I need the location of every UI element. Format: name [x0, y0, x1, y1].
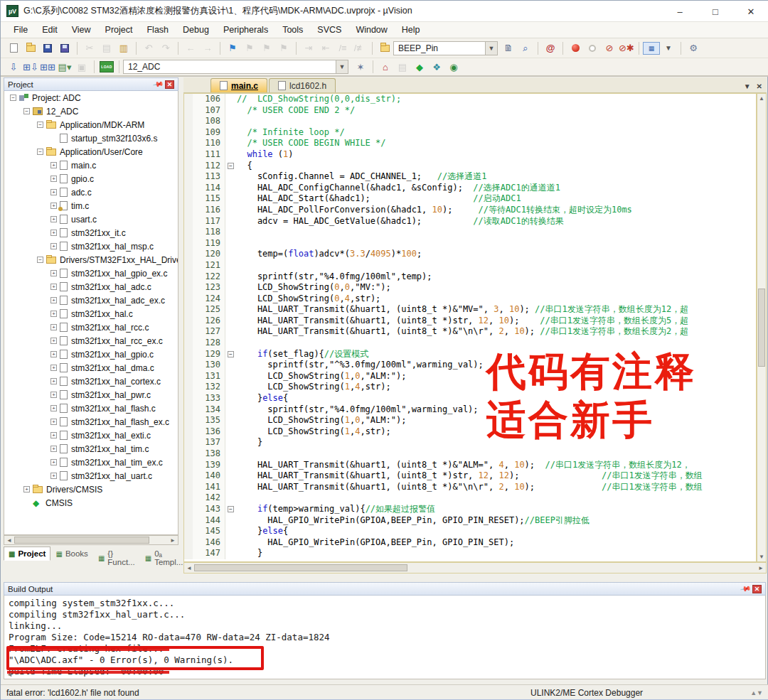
bookmark-next-button[interactable]: ⚑ [242, 41, 257, 55]
scroll-thumb[interactable] [194, 564, 407, 571]
tree-item-cmsis[interactable]: ◆CMSIS [4, 496, 178, 510]
editor-tab-lcd1602.h[interactable]: lcd1602.h [269, 78, 336, 92]
tree-item-stm32f1xx-hal-gpio-ex-c[interactable]: +stm32f1xx_hal_gpio_ex.c [4, 266, 178, 280]
tree-item-stm32f1xx-hal-rcc-ex-c[interactable]: +stm32f1xx_hal_rcc_ex.c [4, 334, 178, 348]
redo-button[interactable]: ↷ [158, 41, 174, 55]
save-all-button[interactable] [57, 41, 73, 55]
menu-peripherals[interactable]: Peripherals [216, 23, 275, 37]
bookmark-prev-button[interactable]: ⚑ [259, 41, 274, 55]
menu-flash[interactable]: Flash [139, 23, 176, 37]
code-line-108[interactable]: 108 [184, 116, 756, 127]
bookmark-margin[interactable] [184, 116, 193, 127]
nav-back-button[interactable]: ← [183, 41, 198, 55]
bookmark-margin[interactable] [184, 460, 193, 471]
options-for-target-button[interactable]: ✶ [353, 60, 368, 74]
close-document-button[interactable]: ✕ [757, 82, 762, 90]
code-line-123[interactable]: 123 LCD_ShowString(0,0,"MV:"); [184, 282, 756, 294]
code-line-142[interactable]: 142 [184, 492, 756, 504]
tree-expander-icon[interactable]: − [37, 122, 43, 128]
minimize-button[interactable]: – [662, 1, 698, 22]
bookmark-margin[interactable] [184, 515, 193, 527]
code-line-115[interactable]: 115 HAL_ADC_Start(&hadc1); //启动ADC1 [184, 193, 756, 205]
tree-item-stm32f1xx-hal-flash-ex-c[interactable]: +stm32f1xx_hal_flash_ex.c [4, 415, 178, 429]
download-button[interactable]: LOAD [99, 60, 114, 74]
tree-expander-icon[interactable]: + [50, 324, 57, 330]
bookmark-margin[interactable] [184, 537, 193, 549]
tree-item-stm32f1xx-hal-adc-ex-c[interactable]: +stm32f1xx_hal_adc_ex.c [4, 294, 178, 307]
bookmark-margin[interactable] [184, 282, 193, 294]
tree-expander-icon[interactable]: + [50, 284, 57, 290]
tree-expander-icon[interactable]: − [37, 149, 43, 155]
tree-item-stm32f1xx-hal-uart-c[interactable]: +stm32f1xx_hal_uart.c [4, 469, 178, 483]
code-line-144[interactable]: 144 HAL_GPIO_WritePin(GPIOA,BEEP_Pin, GP… [184, 515, 756, 527]
code-line-118[interactable]: 118 [184, 227, 756, 238]
bookmark-margin[interactable] [184, 238, 193, 249]
pack-installer-button[interactable]: ⌂ [378, 60, 393, 74]
tree-item-stm32f1xx-hal-adc-c[interactable]: +stm32f1xx_hal_adc.c [4, 280, 178, 294]
bookmark-margin[interactable] [184, 216, 193, 227]
menu-svcs[interactable]: SVCS [310, 23, 348, 37]
code-line-140[interactable]: 140 HAL_UART_Transmit(&huart1, (uint8_t … [184, 470, 756, 482]
target-combo-dropdown[interactable]: ▼ [336, 60, 348, 74]
breakpoint-disable-button[interactable] [585, 41, 600, 55]
tree-item-stm32f1xx-hal-cortex-c[interactable]: +stm32f1xx_hal_cortex.c [4, 375, 178, 388]
tree-expander-icon[interactable]: + [50, 176, 57, 182]
tree-item-stm32f1xx-hal-exti-c[interactable]: +stm32f1xx_hal_exti.c [4, 429, 178, 442]
tree-expander-icon[interactable]: + [50, 405, 57, 411]
bookmark-margin[interactable] [184, 437, 193, 448]
tree-expander-icon[interactable]: + [50, 351, 57, 357]
find-in-files-button[interactable]: 🗎 [501, 41, 516, 55]
tree-item-stm32f1xx-hal-tim-ex-c[interactable]: +stm32f1xx_hal_tim_ex.c [4, 456, 178, 469]
scroll-thumb[interactable] [758, 289, 765, 367]
scroll-up-icon[interactable]: ▲ [759, 95, 764, 102]
code-line-116[interactable]: 116 HAL_ADC_PollForConversion(&hadc1, 10… [184, 205, 756, 216]
editor-vscrollbar[interactable]: ▲ ▼ [757, 93, 767, 562]
bookmark-margin[interactable] [184, 548, 193, 559]
code-line-113[interactable]: 113 sConfig.Channel = ADC_CHANNEL_1; //选… [184, 171, 756, 183]
code-line-143[interactable]: 143− if(temp>warming_val){//如果超过报警值 [184, 504, 756, 515]
tree-expander-icon[interactable]: + [50, 419, 57, 425]
bookmark-margin[interactable] [184, 138, 193, 149]
code-line-110[interactable]: 110 /* USER CODE BEGIN WHILE */ [184, 138, 756, 149]
code-line-147[interactable]: 147 } [184, 548, 756, 559]
tree-item-tim-c[interactable]: +tim.c [4, 199, 178, 212]
bookmark-margin[interactable] [184, 404, 193, 416]
code-line-125[interactable]: 125 HAL_UART_Transmit(&huart1, (uint8_t … [184, 304, 756, 316]
bookmark-margin[interactable] [184, 205, 193, 216]
outdent-button[interactable]: ⇤ [318, 41, 334, 55]
fold-minus-icon[interactable]: − [228, 351, 234, 357]
editor-tab-main.c[interactable]: main.c [210, 78, 267, 92]
scroll-left-icon[interactable]: ◄ [184, 565, 194, 571]
scroll-right-icon[interactable]: ► [168, 537, 178, 544]
menu-edit[interactable]: Edit [35, 23, 65, 37]
stop-build-button[interactable]: ▣ [74, 60, 90, 74]
bookmark-margin[interactable] [184, 338, 193, 349]
batch-build-button[interactable]: ▤▾ [57, 60, 73, 74]
code-line-120[interactable]: 120 temp=(float)adcv*(3.3/4095)*100; [184, 249, 756, 260]
tree-expander-icon[interactable]: + [50, 203, 57, 209]
window-layout-button[interactable]: ▦ [643, 42, 660, 55]
maximize-button[interactable]: □ [698, 1, 733, 22]
nav-forward-button[interactable]: → [200, 41, 215, 55]
current-symbol-button[interactable] [377, 41, 393, 55]
code-line-138[interactable]: 138 [184, 448, 756, 460]
code-line-112[interactable]: 112− { [184, 161, 756, 172]
tree-expander-icon[interactable]: + [50, 230, 57, 236]
code-line-106[interactable]: 106// LCD_ShowString(0,0,dis_str); [184, 94, 756, 105]
tree-item-stm32f1xx-it-c[interactable]: +stm32f1xx_it.c [4, 226, 178, 239]
fold-margin[interactable]: − [225, 161, 237, 172]
fold-minus-icon[interactable]: − [228, 163, 234, 169]
tree-expander-icon[interactable]: + [50, 365, 57, 371]
tree-expander-icon[interactable]: − [10, 95, 16, 101]
fold-minus-icon[interactable]: − [228, 506, 234, 512]
tree-item-gpio-c[interactable]: +gpio.c [4, 172, 178, 185]
tree-item-stm32f1xx-hal-dma-c[interactable]: +stm32f1xx_hal_dma.c [4, 361, 178, 375]
tree-item-project-adc[interactable]: −Project: ADC [4, 91, 178, 104]
bookmark-margin[interactable] [184, 304, 193, 316]
editor-hscrollbar[interactable]: ◄ ► [183, 562, 767, 574]
sidebar-tab-funct[interactable]: ▦{} Funct... [93, 546, 140, 569]
bookmark-margin[interactable] [184, 94, 193, 105]
pin-icon[interactable]: 📌 [152, 78, 164, 90]
code-line-119[interactable]: 119 [184, 238, 756, 249]
bookmark-toggle-button[interactable]: ⚑ [225, 41, 240, 55]
